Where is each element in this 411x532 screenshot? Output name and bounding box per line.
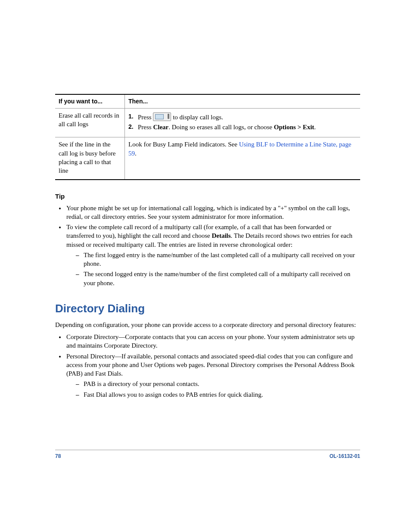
- blf-text-b: .: [135, 150, 137, 157]
- step-1: 1. Press to display call logs.: [128, 112, 357, 121]
- cell-then-blf: Look for Busy Lamp Field indicators. See…: [125, 137, 361, 180]
- table-header-want: If you want to...: [55, 94, 125, 108]
- tip-item-1: Your phone might be set up for internati…: [65, 204, 360, 221]
- step2-a: Press: [138, 124, 153, 131]
- step1-text-a: Press: [138, 114, 153, 121]
- section-heading-directory-dialing: Directory Dialing: [55, 301, 360, 316]
- section-intro: Depending on configuration, your phone c…: [55, 320, 360, 329]
- tip-item-2: To view the complete call record of a mu…: [65, 223, 360, 287]
- tip2-details: Details: [212, 232, 230, 239]
- section-bullet-2: Personal Directory—If available, persona…: [65, 352, 360, 399]
- tip-sublist: The first logged entry is the name/numbe…: [66, 251, 360, 287]
- blf-text-a: Look for Busy Lamp Field indicators. See: [128, 141, 239, 148]
- cell-then-erase: 1. Press to display call logs. 2. Press …: [125, 108, 361, 137]
- tip-sub-1: The first logged entry is the name/numbe…: [76, 251, 360, 268]
- tip-list: Your phone might be set up for internati…: [55, 204, 360, 287]
- page-footer: 78 OL-16132-01: [55, 450, 360, 460]
- cell-want-erase: Erase all call records in all call logs: [55, 108, 125, 137]
- step-2: 2. Press Clear. Doing so erases all call…: [128, 123, 357, 131]
- step2-clear: Clear: [153, 124, 168, 131]
- section-sublist: PAB is a directory of your personal cont…: [66, 380, 360, 399]
- section-bullet-1: Corporate Directory—Corporate contacts t…: [65, 333, 360, 350]
- directories-button-icon: [153, 112, 171, 121]
- footer-doc-id: OL-16132-01: [330, 453, 360, 460]
- step1-text-b: to display call logs.: [173, 114, 223, 121]
- footer-page-number: 78: [55, 453, 61, 460]
- page-container: If you want to... Then... Erase all call…: [0, 0, 411, 532]
- step2-b: . Doing so erases all call logs, or choo…: [168, 124, 274, 131]
- section-bullet-2-text: Personal Directory—If available, persona…: [66, 353, 355, 377]
- table-header-then: Then...: [125, 94, 361, 108]
- tip-heading: Tip: [55, 192, 360, 201]
- section-sub-1: PAB is a directory of your personal cont…: [76, 380, 360, 388]
- table-row: Erase all call records in all call logs …: [55, 108, 360, 137]
- cell-want-blf: See if the line in the call log is busy …: [55, 137, 125, 180]
- instruction-table: If you want to... Then... Erase all call…: [55, 94, 360, 180]
- step2-options: Options > Exit: [274, 124, 314, 131]
- section-sub-2: Fast Dial allows you to assign codes to …: [76, 390, 360, 399]
- section-list: Corporate Directory—Corporate contacts t…: [55, 333, 360, 399]
- tip-sub-2: The second logged entry is the name/numb…: [76, 270, 360, 287]
- step2-c: .: [314, 124, 316, 131]
- table-row: See if the line in the call log is busy …: [55, 137, 360, 180]
